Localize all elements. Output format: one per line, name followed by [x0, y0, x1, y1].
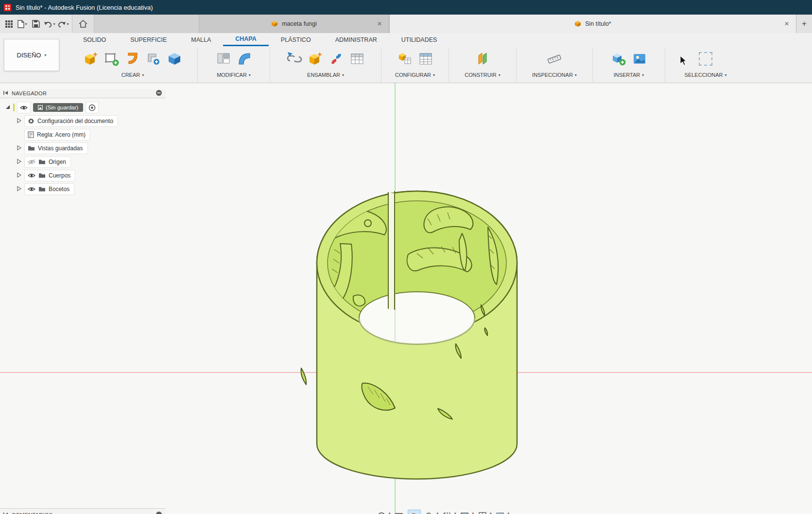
group-dropdown-insertar[interactable]: INSERTAR ▾: [614, 72, 644, 78]
minimize-panel-icon[interactable]: [155, 89, 162, 97]
navigator-header: NAVEGADOR: [0, 89, 166, 98]
comments-panel-header[interactable]: COMENTARIOS: [0, 508, 166, 514]
document-flag-icon: [38, 105, 43, 110]
group-dropdown-modificar[interactable]: MODIFICAR ▾: [217, 72, 251, 78]
chevron-down-icon: ▾: [249, 73, 251, 77]
comments-title: COMENTARIOS: [12, 512, 52, 514]
tree-item-saved-views[interactable]: Vistas guardadas: [0, 142, 166, 154]
collapse-panel-icon[interactable]: [3, 90, 8, 96]
close-icon[interactable]: ✕: [377, 20, 382, 27]
doc-tab-sin-titulo[interactable]: Sin título* ✕: [389, 15, 796, 33]
select-icon[interactable]: [697, 51, 714, 67]
expanded-arrow-icon[interactable]: [5, 103, 11, 112]
tree-item-label: Configuración del documento: [37, 118, 113, 124]
pan-icon[interactable]: [408, 510, 421, 514]
tab-plastico[interactable]: PLÁSTICO: [269, 33, 323, 46]
root-document-label: (Sin guardar): [46, 105, 78, 110]
viewport-canvas[interactable]: NAVEGADOR (Sin guardar): [0, 83, 812, 514]
redo-button[interactable]: ▾: [56, 17, 70, 31]
look-at-icon[interactable]: [393, 510, 405, 514]
gear-icon: [28, 118, 35, 124]
minimize-panel-icon[interactable]: [155, 511, 162, 514]
tab-chapa[interactable]: CHAPA: [223, 33, 269, 46]
tree-item-bodies[interactable]: Cuerpos: [0, 170, 166, 181]
viewports-icon[interactable]: [494, 510, 506, 514]
tree-item-sketches[interactable]: Bocetos: [0, 183, 166, 195]
root-document-pill[interactable]: (Sin guardar): [33, 103, 83, 112]
save-button[interactable]: [29, 17, 43, 31]
convert-to-sheet-metal-icon[interactable]: [166, 51, 183, 67]
group-label-text: MODIFICAR: [217, 72, 247, 78]
create-sketch-icon[interactable]: [104, 51, 120, 67]
configuration-table-icon[interactable]: [417, 51, 434, 67]
collapsed-arrow-icon[interactable]: [16, 117, 22, 125]
close-icon[interactable]: ✕: [784, 20, 789, 27]
group-insertar: INSERTAR ▾: [593, 47, 665, 82]
doc-tab-maceta-fungi[interactable]: maceta fungi ✕: [199, 15, 389, 33]
tree-item-label: Regla: Acero (mm): [37, 131, 86, 138]
fit-view-icon[interactable]: [441, 510, 453, 514]
display-settings-icon[interactable]: [459, 510, 471, 514]
tab-administrar[interactable]: ADMINISTRAR: [323, 33, 389, 46]
collapsed-arrow-icon[interactable]: [16, 171, 22, 180]
navigator-title: NAVEGADOR: [12, 90, 47, 96]
tab-solido[interactable]: SOLIDO: [71, 33, 118, 46]
chevron-down-icon: ▾: [575, 73, 577, 77]
collapsed-arrow-icon[interactable]: [16, 144, 22, 153]
pattern-table-icon[interactable]: [349, 51, 365, 67]
collapsed-arrow-icon[interactable]: [16, 185, 22, 194]
visibility-chip[interactable]: [17, 102, 31, 113]
group-dropdown-ensamblar[interactable]: ENSAMBLAR ▾: [307, 72, 344, 78]
decal-icon[interactable]: [631, 51, 648, 67]
unfold-icon[interactable]: [215, 51, 232, 67]
chevron-down-icon: ▾: [454, 512, 456, 514]
collapsed-arrow-icon[interactable]: [16, 158, 22, 166]
group-label-text: CREAR: [121, 72, 140, 78]
construct-plane-icon[interactable]: [474, 51, 491, 67]
workspace-dropdown[interactable]: DISEÑO ▾: [4, 39, 59, 71]
form-icon[interactable]: [236, 51, 253, 67]
sheet-metal-pot-model: [301, 191, 517, 479]
undo-button[interactable]: ▾: [43, 17, 56, 31]
hem-icon[interactable]: [145, 51, 162, 67]
joint-icon[interactable]: [328, 51, 345, 67]
grid-settings-icon[interactable]: [476, 510, 488, 514]
home-view-button[interactable]: [72, 15, 94, 33]
configure-product-icon[interactable]: [397, 51, 413, 67]
chevron-down-icon: ▾: [142, 73, 144, 77]
tree-root-document[interactable]: (Sin guardar): [0, 102, 166, 113]
data-panel-icon[interactable]: [2, 17, 16, 31]
tree-item-document-settings[interactable]: Configuración del documento: [0, 115, 166, 127]
chevron-down-icon: ▾: [508, 512, 510, 514]
tree-item-units[interactable]: Regla: Acero (mm): [0, 129, 166, 141]
group-dropdown-construir[interactable]: CONSTRUIR ▾: [465, 72, 500, 78]
group-dropdown-crear[interactable]: CREAR ▾: [121, 72, 144, 78]
activate-chip[interactable]: [86, 102, 99, 113]
collapse-panel-icon[interactable]: [3, 512, 8, 514]
group-configurar: CONFIGURAR ▾: [381, 47, 449, 82]
chevron-down-icon: ▾: [342, 73, 344, 77]
group-dropdown-seleccionar[interactable]: SELECCIONAR ▾: [685, 72, 727, 78]
folder-icon: [28, 145, 35, 151]
group-dropdown-inspeccionar[interactable]: INSPECCIONAR ▾: [532, 72, 577, 78]
orbit-icon[interactable]: [375, 510, 387, 514]
chevron-down-icon: ▾: [389, 512, 391, 514]
file-menu-button[interactable]: ▾: [16, 17, 29, 31]
tab-superficie[interactable]: SUPERFICIE: [118, 33, 179, 46]
zoom-icon[interactable]: [423, 510, 435, 514]
measure-icon[interactable]: [546, 51, 563, 67]
tab-utilidades[interactable]: UTILIDADES: [389, 33, 449, 46]
group-construir: CONSTRUIR ▾: [449, 47, 517, 82]
new-tab-button[interactable]: +: [796, 15, 812, 33]
tree-item-origin[interactable]: Origen: [0, 156, 166, 168]
insert-mesh-icon[interactable]: [610, 51, 627, 67]
ruler-doc-icon: [28, 131, 34, 138]
group-dropdown-configurar[interactable]: CONFIGURAR ▾: [395, 72, 435, 78]
tree-item-label: Cuerpos: [49, 172, 70, 179]
new-component-icon[interactable]: [307, 51, 324, 67]
joint-link-icon[interactable]: [286, 51, 303, 67]
folder-icon: [38, 186, 46, 192]
tab-malla[interactable]: MALLA: [179, 33, 223, 46]
new-solid-icon[interactable]: [83, 51, 99, 67]
flange-icon[interactable]: [124, 51, 141, 67]
